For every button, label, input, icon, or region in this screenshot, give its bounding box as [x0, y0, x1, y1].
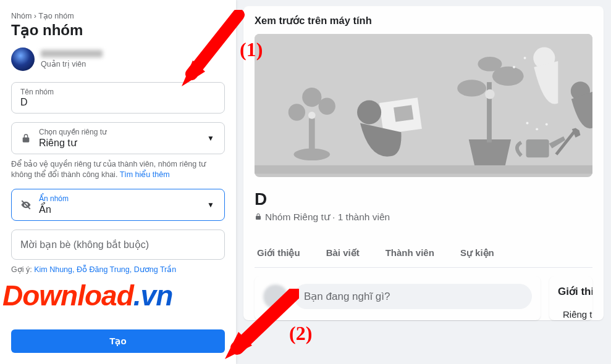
learn-more-link[interactable]: Tìm hiểu thêm	[120, 170, 170, 179]
svg-point-19	[536, 128, 538, 130]
preview-tabs: Giới thiệu Bài viết Thành viên Sự kiện	[255, 239, 592, 268]
chevron-down-icon: ▼	[206, 134, 216, 143]
admin-role-label: Quản trị viên	[41, 59, 103, 68]
cover-image	[255, 34, 592, 177]
svg-point-20	[546, 123, 548, 126]
svg-point-11	[457, 80, 486, 96]
svg-point-21	[513, 66, 515, 68]
privacy-value: Riêng tư	[39, 137, 198, 149]
tab-about[interactable]: Giới thiệu	[255, 239, 303, 267]
preview-heading: Xem trước trên máy tính	[255, 15, 592, 27]
svg-point-22	[524, 57, 526, 59]
svg-rect-2	[309, 118, 315, 155]
lock-icon	[255, 213, 262, 222]
tab-members[interactable]: Thành viên	[383, 239, 437, 267]
privacy-select[interactable]: Chọn quyền riêng tư Riêng tư ▼	[11, 122, 225, 154]
privacy-label: Chọn quyền riêng tư	[39, 128, 198, 136]
tab-events[interactable]: Sự kiện	[458, 239, 497, 267]
svg-rect-17	[526, 139, 549, 157]
svg-point-3	[289, 104, 305, 120]
annotation-label-2: (2)	[289, 322, 312, 345]
svg-rect-9	[394, 105, 413, 122]
preview-group-name: D	[255, 189, 592, 209]
svg-point-6	[308, 112, 316, 119]
svg-point-14	[485, 89, 495, 99]
lock-icon	[20, 133, 32, 143]
group-name-value: D	[20, 97, 216, 108]
create-button[interactable]: Tạo	[11, 329, 225, 353]
composer-input[interactable]: Bạn đang nghĩ gì?	[294, 284, 532, 309]
visibility-select[interactable]: Ẩn nhóm Ẩn ▼	[11, 189, 225, 221]
friend-suggestions: Gợi ý: Kim Nhung, Đỗ Đăng Trung, Dương T…	[11, 265, 225, 274]
suggested-names[interactable]: Kim Nhung, Đỗ Đăng Trung, Dương Trần	[34, 265, 176, 274]
svg-point-8	[357, 100, 381, 124]
svg-point-13	[478, 57, 502, 71]
admin-name-redacted	[41, 50, 103, 57]
svg-point-5	[302, 88, 321, 107]
annotation-arrow-2	[219, 289, 299, 362]
privacy-hint: Để bảo vệ quyền riêng tư của thành viên,…	[11, 159, 225, 180]
svg-point-4	[319, 98, 335, 115]
annotation-arrow-1	[177, 10, 245, 90]
about-card: Giới thiệu Riêng tư	[549, 276, 592, 320]
eye-off-icon	[20, 199, 32, 211]
svg-rect-23	[255, 165, 592, 174]
svg-point-18	[526, 122, 529, 125]
invite-friends-input[interactable]: Mời bạn bè (không bắt buộc)	[11, 230, 225, 260]
visibility-label: Ẩn nhóm	[39, 194, 198, 203]
annotation-label-1: (1)	[240, 38, 263, 61]
avatar	[11, 48, 35, 71]
preview-group-meta: Nhóm Riêng tư · 1 thành viên	[255, 212, 592, 223]
tab-posts[interactable]: Bài viết	[324, 239, 362, 267]
about-card-title: Giới thiệu	[558, 285, 592, 298]
chevron-down-icon: ▼	[206, 201, 216, 209]
invite-placeholder: Mời bạn bè (không bắt buộc)	[20, 239, 216, 250]
visibility-value: Ẩn	[39, 204, 198, 215]
